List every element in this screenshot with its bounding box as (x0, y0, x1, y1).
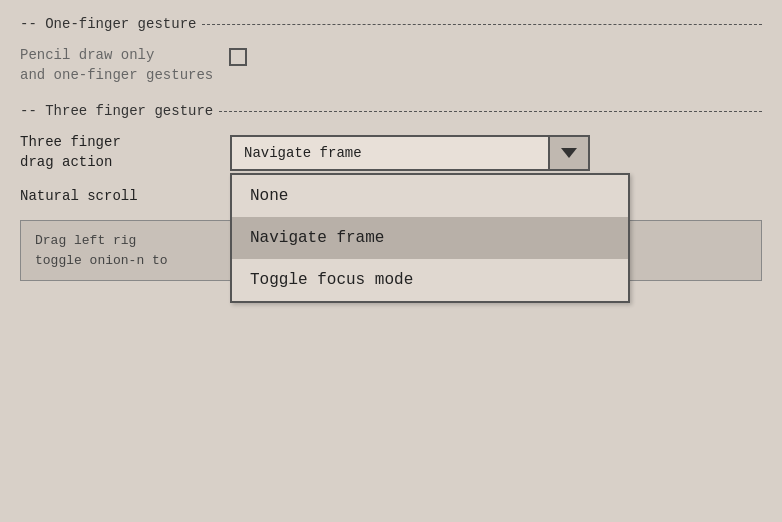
one-finger-title: -- One-finger gesture (20, 16, 196, 32)
info-text: Drag left rigtoggle onion-n to (35, 233, 168, 268)
dropdown-menu: None Navigate frame Toggle focus mode (230, 173, 630, 303)
pencil-row: Pencil draw only and one-finger gestures (20, 46, 762, 85)
drag-action-dropdown-container: None Navigate frame Toggle focus mode (230, 135, 590, 171)
pencil-label: Pencil draw only and one-finger gestures (20, 46, 213, 85)
pencil-checkbox[interactable] (229, 48, 247, 66)
one-finger-section: -- One-finger gesture Pencil draw only a… (20, 16, 762, 85)
one-finger-divider-line (202, 24, 762, 25)
pencil-checkbox-wrapper (229, 46, 247, 66)
dropdown-arrow-icon (561, 148, 577, 158)
three-finger-divider: -- Three finger gesture (20, 103, 762, 119)
drag-action-dropdown-field[interactable] (230, 135, 550, 171)
page-container: -- One-finger gesture Pencil draw only a… (0, 0, 782, 522)
dropdown-option-toggle-focus[interactable]: Toggle focus mode (232, 259, 628, 301)
three-finger-divider-line (219, 111, 762, 112)
three-finger-section: -- Three finger gesture Three finger dra… (20, 103, 762, 281)
dropdown-option-none[interactable]: None (232, 175, 628, 217)
three-finger-title: -- Three finger gesture (20, 103, 213, 119)
natural-scroll-label: Natural scroll (20, 188, 210, 204)
one-finger-divider: -- One-finger gesture (20, 16, 762, 32)
dropdown-arrow-button[interactable] (550, 135, 590, 171)
drag-action-row: Three finger drag action None Navigate f… (20, 133, 762, 172)
drag-action-label: Three finger drag action (20, 133, 210, 172)
dropdown-option-navigate-frame[interactable]: Navigate frame (232, 217, 628, 259)
